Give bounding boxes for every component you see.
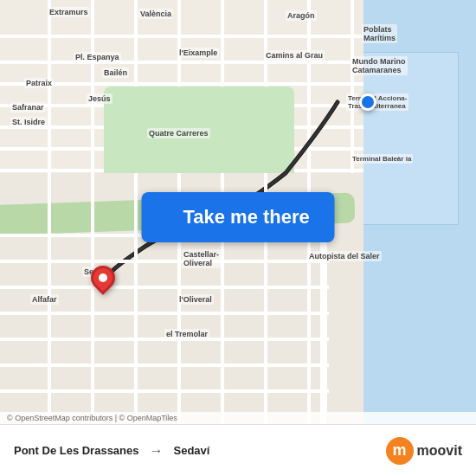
pin-head	[86, 261, 120, 295]
map-attribution: © OpenStreetMap contributors | © OpenMap…	[0, 412, 476, 424]
moovit-brand-text: moovit	[417, 443, 462, 459]
moovit-icon: m	[386, 437, 414, 465]
destination-marker	[359, 93, 376, 111]
street	[91, 173, 94, 424]
moovit-logo: m moovit	[386, 437, 462, 465]
route-to-label: Sedaví	[174, 444, 210, 457]
arrow-icon: →	[150, 443, 164, 459]
street	[48, 0, 51, 173]
street	[351, 0, 354, 173]
origin-marker	[91, 266, 115, 290]
route-from-label: Pont De Les Drassanes	[14, 444, 139, 457]
map-container: València Extramurs Aragón PoblatsMarítim…	[0, 0, 476, 424]
street	[307, 0, 311, 173]
street	[91, 0, 94, 173]
take-me-there-button[interactable]: Take me there	[142, 192, 335, 242]
bottom-bar: Pont De Les Drassanes → Sedaví m moovit	[0, 424, 476, 476]
street	[134, 173, 138, 424]
street	[48, 173, 51, 424]
port-area	[355, 52, 459, 225]
